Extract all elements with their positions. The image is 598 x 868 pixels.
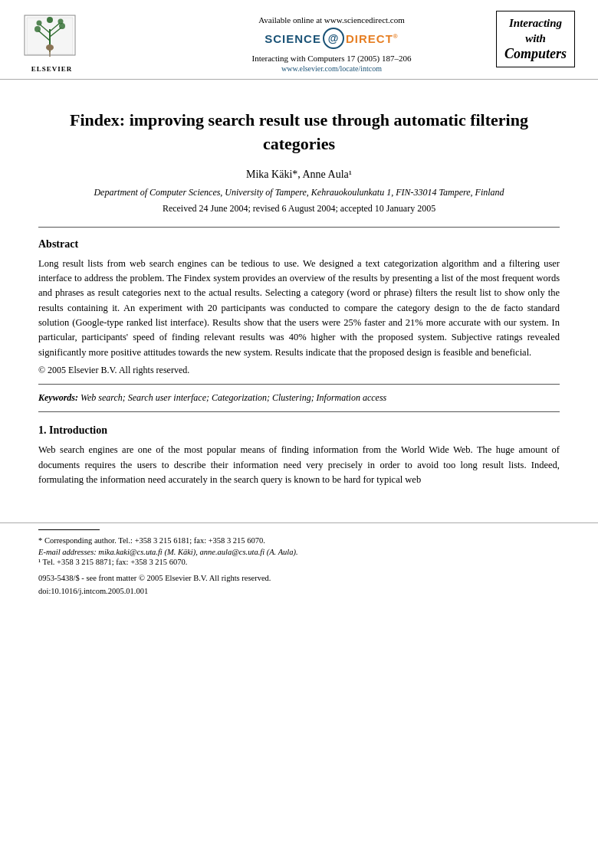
journal-brand-title-line1: Interacting	[504, 16, 567, 31]
elsevier-logo: ELSEVIER	[23, 14, 80, 73]
svg-point-6	[34, 26, 41, 32]
issn-line: 0953-5438/$ - see front matter © 2005 El…	[38, 574, 560, 582]
abstract-text: Long result lists from web search engine…	[38, 257, 560, 361]
keywords-values: Web search; Search user interface; Categ…	[80, 392, 386, 403]
keywords-line: Keywords: Web search; Search user interf…	[38, 392, 560, 404]
svg-point-10	[47, 17, 53, 23]
svg-point-8	[37, 21, 42, 26]
science-text: SCIENCE	[264, 32, 321, 45]
divider-top	[38, 227, 560, 228]
divider-intro	[38, 411, 560, 412]
corresponding-author: * Corresponding author. Tel.: +358 3 215…	[38, 535, 560, 548]
svg-point-9	[58, 19, 64, 25]
journal-brand-title-line2: with	[504, 31, 567, 47]
affiliation: Department of Computer Sciences, Univers…	[38, 187, 560, 198]
at-symbol: @	[323, 28, 344, 49]
intro-section-title: 1. Introduction	[38, 424, 560, 437]
header: ELSEVIER Available online at www.science…	[0, 0, 598, 80]
journal-brand-title-line3: Computers	[504, 46, 567, 62]
article-title: Findex: improving search result use thro…	[38, 109, 560, 156]
copyright-line: © 2005 Elsevier B.V. All rights reserved…	[38, 365, 560, 376]
footer-divider	[38, 529, 100, 530]
journal-brand-box: Interacting with Computers	[496, 11, 575, 67]
abstract-title: Abstract	[38, 238, 560, 251]
footnote1: ¹ Tel. +358 3 215 8871; fax: +358 3 215 …	[38, 556, 560, 569]
footer: * Corresponding author. Tel.: +358 3 215…	[0, 522, 598, 604]
page: ELSEVIER Available online at www.science…	[0, 0, 598, 868]
divider-keywords	[38, 384, 560, 385]
main-content: Findex: improving search result use thro…	[0, 80, 598, 507]
email-line: E-mail addresses: mika.kaki@cs.uta.fi (M…	[38, 548, 560, 556]
keywords-label: Keywords:	[38, 392, 78, 403]
authors: Mika Käki*, Anne Aula¹	[38, 169, 560, 181]
doi-line: doi:10.1016/j.intcom.2005.01.001	[38, 587, 560, 595]
elsevier-label: ELSEVIER	[23, 65, 80, 73]
received-dates: Received 24 June 2004; revised 6 August …	[38, 203, 560, 215]
intro-text: Web search engines are one of the most p…	[38, 443, 560, 487]
direct-text: DIRECT®	[346, 32, 399, 45]
svg-point-11	[46, 44, 54, 51]
